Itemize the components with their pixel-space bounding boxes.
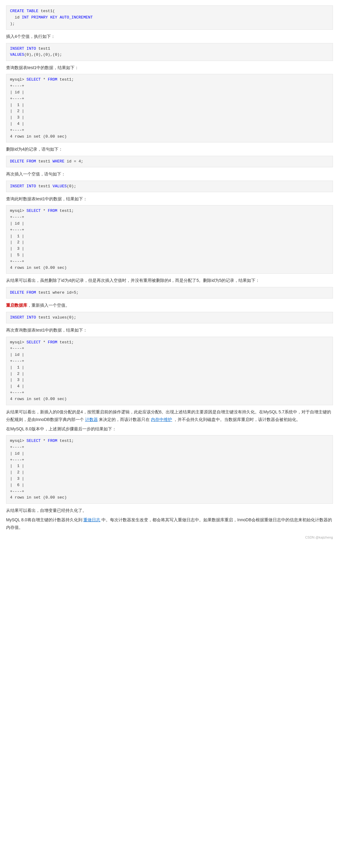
main-content: CREATE TABLE test1( id INT PRIMARY KEY A…	[6, 5, 333, 540]
prose-query-3: 再次查询数据表test1中的数据，结果如下：	[6, 327, 333, 334]
prose-query-2: 查询此时数据表test1中的数据，结果如下：	[6, 195, 333, 203]
prose-explain-1: 从结果可以看出，虽然删除了id为4的记录，但是再次插入空值时，并没有重用被删除的…	[6, 277, 333, 284]
code-select-4: mysql> SELECT * FROM test1; +----+ | id …	[6, 435, 333, 504]
code-select-2: mysql> SELECT * FROM test1; +----+ | id …	[6, 205, 333, 274]
code-select-3: mysql> SELECT * FROM test1; +----+ | id …	[6, 337, 333, 405]
code-delete-4: DELETE FROM test1 WHERE id = 4;	[6, 156, 333, 167]
code-delete-5: DELETE FROM test1 where id=5;	[6, 287, 333, 299]
prose-persistent: 从结果可以看出，自增变量已经持久化了。	[6, 507, 333, 514]
prose-insert-4: 插入4个空值，执行如下：	[6, 33, 333, 40]
code-create-table: CREATE TABLE test1( id INT PRIMARY KEY A…	[6, 5, 333, 30]
prose-mysql8: 在MySQL 8.0版本中，上述测试步骤最后一步的结果如下：	[6, 425, 333, 433]
prose-query-1: 查询数据表test1中的数据，结果如下：	[6, 64, 333, 71]
prose-explain-2: 从结果可以看出，新插入的0值分配的是4，按照重启前的操作逻辑，此处应该分配6。出…	[6, 408, 333, 424]
code-insert-4: INSERT INTO test1 VALUES(0),(0),(0),(0);	[6, 43, 333, 61]
code-select-1: mysql> SELECT * FROM test1; +----+ | id …	[6, 74, 333, 143]
prose-insert-again: 再次插入一个空值，语句如下：	[6, 170, 333, 178]
code-insert-restart: INSERT INTO test1 values(0);	[6, 312, 333, 324]
watermark: CSDN @kajizheng	[6, 535, 333, 540]
prose-delete-4: 删除id为4的记录，语句如下：	[6, 146, 333, 153]
prose-restart: 重启数据库，重新插入一个空值。	[6, 302, 333, 309]
prose-explain-3: MySQL 8.0将自增主键的计数器持久化到 重做日志 中。每次计数器发生改变，…	[6, 516, 333, 531]
code-insert-single: INSERT INTO test1 VALUES(0);	[6, 181, 333, 192]
